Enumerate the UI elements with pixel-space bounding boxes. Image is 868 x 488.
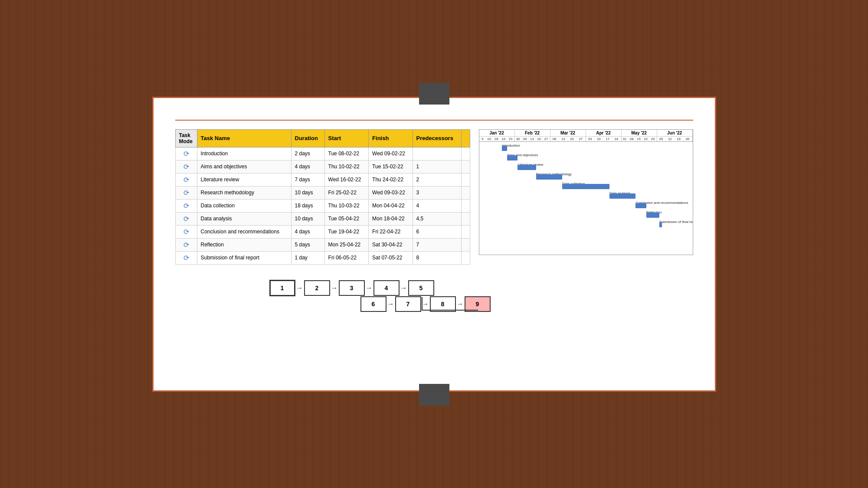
flow-box-3: 3 — [339, 280, 365, 296]
gantt-bar — [635, 203, 646, 208]
gantt-bar — [507, 155, 518, 160]
gantt-table: TaskMode Task Name Duration Start Finish… — [175, 129, 470, 265]
week-label: 09 — [493, 137, 500, 141]
task-pred-cell: 8 — [413, 251, 461, 264]
task-mode-cell: ⟳ — [175, 212, 197, 225]
table-row: ⟳ Introduction 2 days Tue 08-02-22 Wed 0… — [175, 147, 470, 160]
flow-box-4: 4 — [373, 280, 400, 296]
task-name-cell: Data analysis — [197, 212, 291, 225]
week-label: 22 — [642, 137, 649, 141]
chart-row: Conclusion and recommendations — [481, 201, 691, 210]
week-label: 23 — [507, 137, 514, 141]
chart-row: Data analysis — [481, 191, 691, 201]
chart-row: Research methodology — [481, 172, 691, 182]
task-name-cell: Introduction — [197, 147, 291, 160]
task-finish-cell: Tue 15-02-22 — [369, 160, 413, 173]
chart-row: Submission of final report — [481, 220, 691, 229]
week-label: 5 — [479, 137, 486, 141]
task-start-cell: Mon 25-04-22 — [324, 238, 369, 251]
week-label: 27 — [543, 137, 550, 141]
task-extra-cell — [461, 251, 470, 264]
task-start-cell: Fri 25-02-22 — [324, 186, 369, 199]
flow-hline — [422, 310, 478, 311]
task-mode-icon: ⟳ — [183, 189, 189, 197]
gantt-bar — [536, 174, 563, 180]
task-mode-cell: ⟳ — [175, 186, 197, 199]
task-start-cell: Fri 06-05-22 — [324, 251, 369, 264]
flow-arrow: → — [400, 284, 407, 292]
task-start-cell: Tue 05-04-22 — [324, 212, 369, 225]
month-label: Feb '22 — [515, 130, 550, 137]
header-task-mode: TaskMode — [175, 129, 197, 147]
task-name-cell: Submission of final report — [197, 251, 291, 264]
bar-label: Submission of final report — [659, 220, 693, 224]
gantt-bar — [646, 213, 659, 218]
flow-box-1: 1 — [269, 280, 295, 296]
task-finish-cell: Wed 09-02-22 — [369, 147, 413, 160]
month-label: Jun '22 — [657, 130, 692, 137]
table-row: ⟳ Reflection 5 days Mon 25-04-22 Sat 30-… — [175, 238, 470, 251]
task-extra-cell — [461, 147, 470, 160]
flow-arrow: → — [366, 284, 373, 292]
task-duration-cell: 1 day — [291, 251, 324, 264]
flow-arrow: → — [422, 300, 429, 308]
table-section: TaskMode Task Name Duration Start Finish… — [175, 129, 470, 265]
flow-box-6: 6 — [360, 296, 387, 312]
task-pred-cell: 4,5 — [413, 212, 461, 225]
clip-bottom — [419, 384, 449, 406]
task-start-cell: Thu 10-02-22 — [324, 160, 369, 173]
task-duration-cell: 5 days — [291, 238, 324, 251]
flow-diagram: 1→2→3→4→56→7→8→9 — [175, 275, 693, 316]
week-label: 02 — [486, 137, 493, 141]
week-label: 19 — [675, 137, 683, 141]
task-extra-cell — [461, 238, 470, 251]
month-group: Mar '2206132027 — [550, 130, 586, 141]
chart-row: Literature review — [481, 163, 691, 172]
table-row: ⟳ Literature review 7 days Wed 16-02-22 … — [175, 173, 470, 186]
task-pred-cell: 6 — [413, 225, 461, 238]
task-duration-cell: 4 days — [291, 160, 324, 173]
week-label: 01 — [622, 137, 629, 141]
task-duration-cell: 10 days — [291, 186, 324, 199]
week-label: 27 — [576, 137, 585, 141]
task-extra-cell — [461, 173, 470, 186]
month-group: Apr '2203101724 — [586, 130, 622, 141]
flow-arrow: → — [457, 300, 464, 308]
week-label: 26 — [683, 137, 692, 141]
table-row: ⟳ Conclusion and recommendations 4 days … — [175, 225, 470, 238]
task-duration-cell: 7 days — [291, 173, 324, 186]
task-mode-icon: ⟳ — [183, 254, 189, 262]
task-mode-icon: ⟳ — [183, 163, 189, 171]
week-label: 20 — [568, 137, 576, 141]
flow-vline — [422, 297, 423, 310]
flow-row2: 6→7→8→9 — [360, 296, 608, 312]
task-pred-cell: 7 — [413, 238, 461, 251]
table-row: ⟳ Aims and objectives 4 days Thu 10-02-2… — [175, 160, 470, 173]
chart-row: Reflection — [481, 210, 691, 220]
gantt-bar — [609, 193, 636, 199]
gantt-bar — [659, 222, 662, 227]
task-mode-cell: ⟳ — [175, 160, 197, 173]
header-start: Start — [324, 129, 369, 147]
chart-section: Jan '22502091623Feb '223006132027Mar '22… — [479, 129, 693, 255]
slide-container: TaskMode Task Name Duration Start Finish… — [152, 97, 716, 392]
week-label: 03 — [586, 137, 595, 141]
task-finish-cell: Fri 22-04-22 — [369, 225, 413, 238]
week-label: 06 — [550, 137, 559, 141]
month-group: Jun '2205121926 — [657, 130, 693, 141]
week-label: 13 — [529, 137, 536, 141]
month-group: Jan '22502091623 — [479, 130, 515, 141]
clip-top — [419, 83, 449, 105]
table-row: ⟳ Data collection 18 days Thu 10-03-22 M… — [175, 199, 470, 212]
task-pred-cell — [413, 147, 461, 160]
chart-header: Jan '22502091623Feb '223006132027Mar '22… — [479, 130, 693, 142]
task-finish-cell: Sat 07-05-22 — [369, 251, 413, 264]
task-name-cell: Data collection — [197, 199, 291, 212]
chart-body: IntroductionAims and objectivesLiteratur… — [479, 142, 693, 231]
task-extra-cell — [461, 225, 470, 238]
gantt-bar — [562, 184, 609, 189]
task-name-cell: Reflection — [197, 238, 291, 251]
week-label: 10 — [595, 137, 603, 141]
week-label: 30 — [515, 137, 522, 141]
chart-row: Data collection — [481, 182, 691, 191]
